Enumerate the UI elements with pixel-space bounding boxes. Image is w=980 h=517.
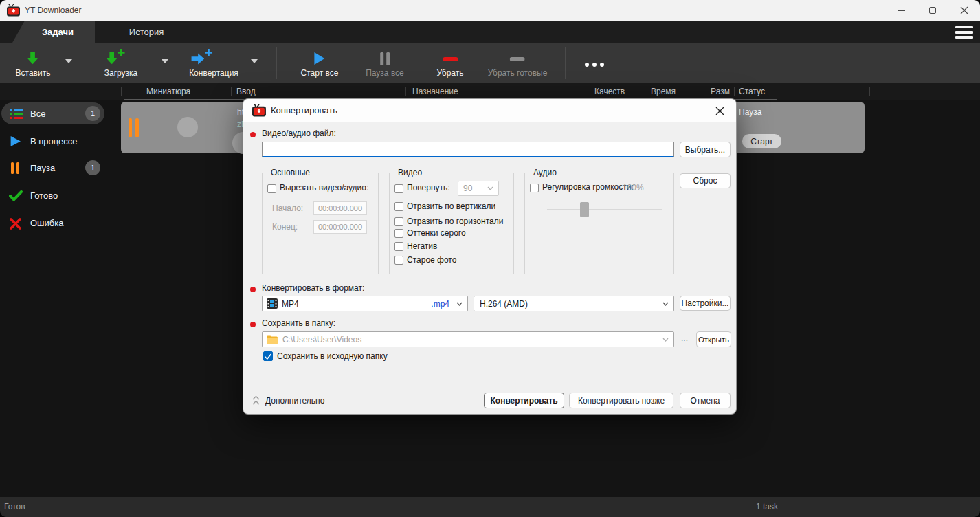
convert-dropdown-chevron[interactable] [251, 59, 258, 63]
column-status[interactable]: Статус [739, 83, 765, 100]
download-button[interactable]: Загрузка [104, 49, 138, 78]
start-time-field[interactable]: 00:00:00.000 [313, 201, 367, 215]
folder-select[interactable]: C:\Users\User\Videos [262, 331, 674, 347]
text-caret [267, 144, 267, 155]
rotate-checkbox[interactable] [394, 184, 403, 193]
tab-history[interactable]: История [95, 21, 198, 43]
chevron-down-icon [662, 338, 669, 342]
arrow-down-icon [105, 52, 119, 65]
maximize-button[interactable] [917, 0, 948, 21]
column-size[interactable]: Разм [687, 83, 730, 100]
group-audio-title: Аудио [531, 168, 559, 177]
chevron-down-icon [487, 186, 493, 190]
cut-checkbox[interactable] [267, 184, 276, 193]
required-dot [250, 287, 256, 292]
column-quality[interactable]: Качеств [594, 83, 625, 100]
check-icon [9, 190, 23, 201]
file-input[interactable] [262, 142, 674, 157]
sidebar-all-badge: 1 [85, 106, 100, 121]
download-label: Загрузка [104, 68, 138, 78]
grayscale-checkbox[interactable] [394, 229, 403, 238]
old-photo-label: Старое фото [407, 255, 456, 265]
volume-slider-track[interactable] [547, 209, 662, 210]
negative-checkbox[interactable] [394, 242, 403, 251]
arrow-right-icon [190, 53, 205, 65]
minimize-icon [898, 10, 905, 11]
ellipsis-icon [585, 63, 589, 67]
thumbnail-placeholder [177, 117, 198, 138]
paste-dropdown-chevron[interactable] [65, 59, 72, 63]
tab-bar: Задачи История [0, 21, 980, 43]
close-icon [960, 6, 968, 14]
group-video-title: Видео [395, 168, 425, 177]
x-icon [10, 218, 21, 230]
paste-button[interactable]: Вставить [16, 49, 51, 78]
reset-button[interactable]: Сброс [680, 173, 731, 188]
start-time-label: Начало: [272, 204, 303, 213]
flip-vertical-label: Отразить по вертикали [407, 201, 495, 211]
format-select[interactable]: MP4 .mp4 [262, 296, 468, 311]
flip-vertical-checkbox[interactable] [394, 202, 403, 211]
pause-all-button[interactable]: Пауза все [366, 49, 404, 78]
tab-tasks[interactable]: Задачи [12, 21, 95, 43]
pause-icon [379, 52, 390, 65]
sidebar-paused-badge: 1 [85, 160, 100, 175]
save-to-source-checkbox[interactable] [263, 351, 273, 361]
flip-horizontal-checkbox[interactable] [394, 217, 403, 226]
open-folder-button[interactable]: Открыть [696, 331, 731, 347]
table-header: Миниатюра Ввод Назначение Качеств Время … [0, 83, 980, 100]
flip-horizontal-label: Отразить по горизонтали [407, 217, 503, 226]
cancel-button[interactable]: Отмена [680, 393, 731, 408]
app-window: YT Downloader Задачи История Вставить За… [0, 0, 980, 517]
column-thumbnail[interactable]: Миниатюра [146, 83, 190, 100]
row-start-button[interactable]: Старт [742, 134, 781, 148]
dialog-title: Конвертировать [271, 105, 337, 116]
dialog-close-button[interactable] [711, 102, 728, 119]
convert-later-button[interactable]: Конвертировать позже [569, 393, 673, 408]
convert-dialog: Конвертировать Видео/аудио файл: Выбрать… [243, 98, 737, 415]
start-all-button[interactable]: Старт все [301, 49, 339, 78]
codec-select[interactable]: H.264 (AMD) [474, 296, 674, 311]
convert-label: Конвертация [189, 68, 238, 78]
format-label: Конвертировать в формат: [262, 283, 364, 293]
sidebar-item-all-label: Все [30, 109, 45, 119]
convert-button[interactable]: Конвертация [189, 49, 238, 78]
browse-folder-button[interactable]: ... [681, 333, 688, 343]
plus-icon [205, 49, 212, 56]
status-bar: Готов 1 task [0, 497, 980, 517]
remove-button[interactable]: Убрать [436, 49, 463, 78]
rotate-label: Повернуть: [407, 183, 450, 192]
download-dropdown-chevron[interactable] [162, 59, 168, 63]
maximize-icon [929, 7, 936, 14]
column-input[interactable]: Ввод [236, 83, 256, 100]
remove-label: Убрать [436, 68, 463, 78]
format-value: MP4 [282, 299, 299, 309]
pause-all-label: Пауза все [366, 68, 404, 78]
advanced-toggle[interactable]: Дополнительно [265, 396, 324, 406]
choose-file-button[interactable]: Выбрать... [680, 142, 731, 157]
old-photo-checkbox[interactable] [394, 256, 403, 265]
toolbar-separator [276, 47, 277, 79]
check-icon [264, 353, 272, 361]
close-window-button[interactable] [948, 0, 980, 21]
volume-slider-knob[interactable] [580, 202, 589, 217]
volume-checkbox[interactable] [530, 184, 539, 192]
file-label: Видео/аудио файл: [262, 129, 336, 138]
toolbar: Вставить Загрузка Конвертация Старт все [0, 43, 980, 83]
rotate-select[interactable]: 90 [458, 181, 499, 196]
column-time[interactable]: Время [651, 83, 676, 100]
remove-done-button[interactable]: Убрать готовые [488, 49, 548, 78]
convert-confirm-button[interactable]: Конвертировать [484, 393, 564, 408]
more-actions-button[interactable] [585, 63, 604, 67]
column-destination[interactable]: Назначение [412, 83, 458, 100]
main-menu-button[interactable] [954, 24, 975, 41]
row-status-text: Пауза [739, 107, 761, 117]
double-chevron-up-icon[interactable] [252, 395, 260, 406]
group-main-title: Основные [268, 168, 313, 177]
end-time-field[interactable]: 00:00:00.000 [313, 220, 367, 234]
chevron-down-icon [456, 302, 463, 306]
pause-icon [10, 162, 20, 174]
remove-done-label: Убрать готовые [488, 68, 548, 78]
settings-button[interactable]: Настройки... [680, 296, 731, 311]
minimize-button[interactable] [885, 0, 917, 21]
